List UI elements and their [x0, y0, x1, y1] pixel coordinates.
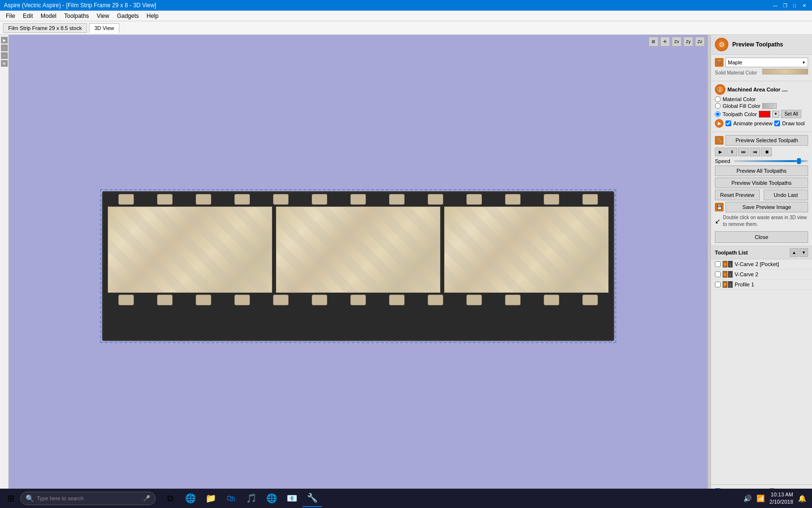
sidebar-icon-1[interactable]: ▶ — [1, 37, 8, 44]
search-placeholder: Type here to search — [37, 495, 84, 501]
profile1-icon-main: P — [723, 281, 727, 288]
animate-preview-option: ▶ Animate preview Draw tool — [715, 119, 808, 128]
skip-end-button[interactable]: ⏮ — [750, 148, 760, 156]
taskbar-time[interactable]: 10:13 AM 2/10/2018 — [769, 491, 793, 506]
set-all-button[interactable]: Set All — [781, 110, 801, 118]
menu-toolpaths[interactable]: Toolpaths — [60, 12, 93, 20]
menu-model[interactable]: Model — [37, 12, 60, 20]
sprocket-b10 — [466, 295, 482, 305]
tl-up-icon[interactable]: ▲ — [790, 248, 798, 257]
taskbar-notification-icon[interactable]: 🔔 — [798, 494, 806, 502]
taskbar-search[interactable]: 🔍 Type here to search 🎤 — [20, 492, 156, 505]
material-dropdown[interactable]: Maple ▼ — [725, 58, 808, 67]
toolpath-item-vcarve2[interactable]: V | V-Carve 2 — [711, 269, 812, 280]
canvas-icon-zoom-x[interactable]: Zx — [672, 37, 682, 46]
save-preview-button[interactable]: Save Preview Image — [725, 202, 808, 212]
taskbar-app-task-view[interactable]: ⧉ — [160, 490, 180, 507]
sprocket-t10 — [466, 194, 482, 205]
vcarve2-pocket-checkbox[interactable] — [715, 261, 721, 267]
material-color-radio[interactable] — [715, 96, 721, 102]
canvas-area[interactable]: ⊞ ✛ Zx Zy Zz — [9, 35, 708, 497]
sidebar-icon-3[interactable]: ↔ — [1, 52, 8, 59]
maximize-button[interactable]: □ — [791, 1, 798, 9]
profile1-checkbox[interactable] — [715, 282, 721, 287]
preview-all-button[interactable]: Preview All Toolpaths — [715, 165, 808, 176]
restore-button[interactable]: ❐ — [781, 1, 789, 9]
global-fill-radio[interactable] — [715, 103, 721, 109]
machined-icon-row: 🎨 Machined Area Color .... — [715, 84, 808, 95]
vcarve2-pocket-icons: V | — [723, 261, 733, 268]
close-button[interactable]: Close — [715, 231, 808, 243]
draw-tool-checkbox[interactable] — [774, 120, 780, 126]
pause-button[interactable]: ⏸ — [726, 148, 737, 156]
right-panel: ⚙ Preview Toolpaths 🪵 Maple ▼ Solid Mate… — [710, 35, 812, 497]
sidebar-icon-2[interactable]: ↕ — [1, 45, 8, 51]
machined-area-icon: 🎨 — [715, 84, 725, 95]
minimize-button[interactable]: — — [771, 1, 779, 9]
canvas-icon-grid[interactable]: ⊞ — [649, 37, 658, 46]
material-dropdown-row: 🪵 Maple ▼ — [715, 58, 808, 67]
vcarve2-checkbox[interactable] — [715, 271, 721, 277]
taskbar-app-mail[interactable]: 📧 — [282, 490, 302, 507]
canvas-icon-zoom-z[interactable]: Zz — [695, 37, 705, 46]
skip-forward-button[interactable]: ⏭ — [738, 148, 749, 156]
material-section: 🪵 Maple ▼ Solid Material Color — [711, 55, 812, 81]
vcarve2-icon-main: V — [723, 271, 727, 278]
sprocket-t4 — [234, 194, 250, 205]
sprocket-t11 — [505, 194, 521, 205]
toolpath-color-swatch — [759, 111, 770, 118]
sprocket-b3 — [196, 295, 211, 305]
play-button[interactable]: ▶ — [715, 148, 725, 156]
sprocket-t1 — [118, 194, 134, 205]
tab-3d-view[interactable]: 3D View — [89, 23, 119, 33]
taskbar-app-icons: ⧉ 🌐 📁 🛍 🎵 🌐 📧 🔧 — [160, 490, 322, 507]
vcarve2-pocket-label: V-Carve 2 [Pocket] — [735, 261, 779, 267]
canvas-icon-zoom-y[interactable]: Zy — [683, 37, 693, 46]
toolpath-color-dropdown-btn[interactable]: ▼ — [772, 111, 779, 118]
taskbar-app-browser[interactable]: 🌐 — [181, 490, 200, 507]
canvas-icon-move[interactable]: ✛ — [660, 37, 670, 46]
sprocket-t3 — [196, 194, 211, 205]
menu-gadgets[interactable]: Gadgets — [113, 12, 143, 20]
reset-preview-button[interactable]: Reset Preview — [715, 190, 760, 200]
menu-edit[interactable]: Edit — [19, 12, 37, 20]
tl-down-icon[interactable]: ▼ — [799, 248, 808, 257]
taskbar-app-vectric[interactable]: 🔧 — [303, 490, 322, 507]
canvas-icons: ⊞ ✛ Zx Zy Zz — [649, 37, 705, 46]
close-button[interactable]: ✕ — [800, 1, 808, 9]
vcarve2-pocket-icon-main: V — [723, 261, 727, 268]
undo-last-button[interactable]: Undo Last — [764, 190, 809, 200]
taskbar-volume-icon[interactable]: 🔊 — [743, 494, 752, 502]
dropdown-arrow-icon: ▼ — [802, 60, 806, 65]
toolpath-item-vcarve2-pocket[interactable]: V | V-Carve 2 [Pocket] — [711, 259, 812, 269]
menu-help[interactable]: Help — [143, 12, 162, 20]
taskbar-app-explorer[interactable]: 📁 — [201, 490, 220, 507]
taskbar-app-store[interactable]: 🛍 — [221, 490, 241, 507]
toolbar: Film Strip Frame 29 x 8.5 stock 3D View — [0, 21, 812, 35]
menu-view[interactable]: View — [93, 12, 113, 20]
tab-filmstrip[interactable]: Film Strip Frame 29 x 8.5 stock — [3, 23, 87, 33]
playback-controls: ▶ ⏸ ⏭ ⏮ ⏹ — [715, 148, 808, 156]
toolpath-item-profile1[interactable]: P | Profile 1 — [711, 280, 812, 290]
preview-selected-button[interactable]: Preview Selected Toolpath — [725, 135, 808, 146]
toolpath-list-icons: ▲ ▼ — [790, 248, 808, 257]
film-frame-1 — [108, 207, 272, 293]
save-preview-icon: 💾 — [715, 203, 724, 211]
taskbar-network-icon[interactable]: 📶 — [756, 494, 765, 502]
profile1-icons: P | — [723, 281, 733, 288]
speed-label: Speed — [715, 158, 730, 164]
animate-preview-checkbox[interactable] — [725, 120, 731, 126]
toolpath-color-radio[interactable] — [715, 111, 721, 117]
preview-visible-button[interactable]: Preview Visible Toolpaths — [715, 178, 808, 188]
sidebar-icon-4[interactable]: ⊕ — [1, 60, 8, 67]
preview-toolpaths-icon: ⚙ — [715, 38, 728, 51]
menu-file[interactable]: File — [2, 12, 19, 20]
speed-slider[interactable] — [734, 160, 808, 162]
taskbar-app-music[interactable]: 🎵 — [242, 490, 261, 507]
taskbar-app-edge[interactable]: 🌐 — [262, 490, 281, 507]
machined-area-label: Machined Area Color .... — [727, 87, 788, 92]
start-button[interactable]: ⊞ — [2, 490, 19, 507]
sprocket-row-bottom — [103, 293, 613, 307]
stop-button[interactable]: ⏹ — [761, 148, 772, 156]
sprocket-t9 — [428, 194, 443, 205]
